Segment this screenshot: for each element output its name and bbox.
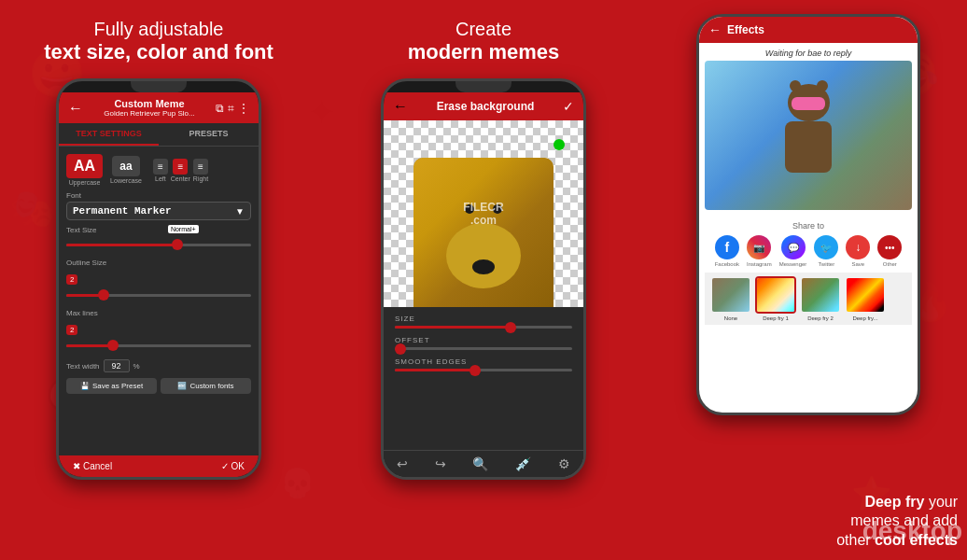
eraser-indicator [554,139,565,150]
other-icon: ••• [877,235,902,259]
cancel-button[interactable]: ✖ Cancel [73,461,112,471]
instagram-icon: 📷 [747,235,771,259]
lowercase-label: Lowercase [110,177,142,184]
font-select[interactable]: Permanent Marker ▼ [66,202,251,220]
outline-value-badge: 2 [66,274,77,285]
more-icon[interactable]: ⋮ [238,102,249,115]
phone-right-header: ← Effects [699,17,918,43]
messenger-icon: 💬 [781,235,806,259]
effect-deepfry1-img [757,278,794,312]
text-width-input[interactable] [104,359,130,372]
share-section: Share to f Facebook 📷 Instagram 💬 Messen… [699,216,918,330]
max-lines-value-badge: 2 [66,325,77,335]
cancel-icon: ✖ [73,461,80,471]
dog-face [413,158,554,307]
share-save[interactable]: ↓ Save [846,235,870,267]
erase-bg-title: Erase background [437,100,535,113]
crop-icon[interactable]: ⌗ [228,102,234,115]
text-size-thumb[interactable] [172,239,183,250]
save-label: Save [852,261,865,267]
bear-sunglasses [792,97,825,110]
zoom-in-icon[interactable]: 🔍 [472,456,488,471]
undo-icon[interactable]: ↩ [397,456,408,471]
align-center-button[interactable]: ≡ [173,159,188,175]
bear-head [788,84,830,121]
outline-slider[interactable] [66,287,251,303]
back-button-middle[interactable]: ← [393,98,408,115]
effect-deepfry1-thumb [755,276,796,314]
uppercase-label: Uppercase [69,179,101,186]
share-messenger[interactable]: 💬 Messenger [779,235,807,267]
outline-thumb[interactable] [98,289,109,301]
effects-strip: None Deep fry 1 Deep fry 2 [705,273,912,325]
dog-nose [472,259,495,274]
phone-left: ← Custom Meme Golden Retriever Pup Slo..… [56,78,261,480]
redo-icon[interactable]: ↪ [435,456,446,471]
left-headline-bold: text size, color and font [44,40,273,64]
copy-icon[interactable]: ⧉ [216,102,224,115]
back-button-right[interactable]: ← [708,22,722,37]
effect-deepfry2[interactable]: Deep fry 2 [800,276,841,321]
phone-middle: ← Erase background ✓ FILECR .com [381,78,586,480]
max-lines-thumb[interactable] [107,340,119,351]
size-track[interactable] [395,326,572,329]
offset-slider-row: OFFSET [395,336,572,350]
share-other[interactable]: ••• Other [877,235,902,267]
effect-deepfry1-label: Deep fry 1 [763,315,789,321]
uppercase-button[interactable]: AA [66,154,103,178]
effect-none-thumb [710,276,751,314]
smooth-edges-fill [395,369,475,371]
effect-deepfry1[interactable]: Deep fry 1 [755,276,796,321]
outline-size-row: Outline Size 2 [66,259,251,303]
eraser-canvas[interactable]: FILECR .com [384,120,583,307]
main-container: 😀 🎭 💬 ✦ 💀 😂 🔥 ⭐ Fully adjustable text si… [0,0,967,560]
ok-button[interactable]: ✓ OK [221,461,245,471]
facebook-label: Facebook [715,261,739,267]
smooth-edges-track[interactable] [395,369,572,371]
phone-left-content: AA Uppercase aa Lowercase ≡ Left ≡ [59,147,259,458]
confirm-check[interactable]: ✓ [563,99,574,114]
effect-deepfry3[interactable]: Deep fry... [845,276,886,321]
text-case-row: AA Uppercase aa Lowercase ≡ Left ≡ [66,154,251,186]
effects-title: Effects [727,23,764,36]
back-button-left[interactable]: ← [68,100,83,117]
twitter-label: Twitter [819,261,835,267]
eyedropper-icon[interactable]: 💉 [515,456,531,471]
offset-thumb[interactable] [395,343,406,355]
other-label: Other [883,261,897,267]
offset-track[interactable] [395,347,572,350]
percent-sign: % [133,362,140,371]
max-lines-row: Max lines 2 [66,309,251,354]
max-lines-slider[interactable] [66,337,251,354]
deep-fry-bold: Deep fry [864,494,924,510]
effect-deepfry2-label: Deep fry 2 [807,315,834,321]
align-left-button[interactable]: ≡ [153,159,168,175]
size-thumb[interactable] [505,322,516,333]
lowercase-button[interactable]: aa [112,156,139,176]
phone-left-title: Custom Meme Golden Retriever Pup Slo... [104,98,194,118]
size-label: SIZE [395,315,572,323]
text-width-row: Text width % [66,359,251,372]
align-right-button[interactable]: ≡ [193,159,208,175]
offset-label: OFFSET [395,336,572,344]
share-facebook[interactable]: f Facebook [715,235,739,267]
phone-notch-left [131,81,187,92]
size-thumb-label: Normal+ [168,225,199,233]
effect-deepfry3-img [847,278,884,312]
custom-fonts-button[interactable]: 🔤 Custom fonts [161,378,251,394]
settings-icon[interactable]: ⚙ [558,456,570,471]
tab-text-settings[interactable]: TEXT SETTINGS [59,123,159,146]
text-size-slider[interactable]: Normal+ [66,236,251,253]
size-fill [395,326,511,329]
share-twitter[interactable]: 🐦 Twitter [814,235,838,267]
max-lines-label: Max lines [66,309,251,317]
bear-ear-left [790,80,801,91]
eraser-bottom-icons: ↩ ↪ 🔍 💉 ⚙ [384,450,583,477]
phone-right: ← Effects Waiting for bae to reply [696,14,920,415]
save-preset-button[interactable]: 💾 Save as Preset [66,378,157,394]
effect-none[interactable]: None [710,276,751,321]
smooth-edges-thumb[interactable] [469,365,481,376]
left-headline-top: Fully adjustable [44,19,273,40]
share-instagram[interactable]: 📷 Instagram [747,235,772,267]
tab-presets[interactable]: PRESETS [159,123,259,146]
